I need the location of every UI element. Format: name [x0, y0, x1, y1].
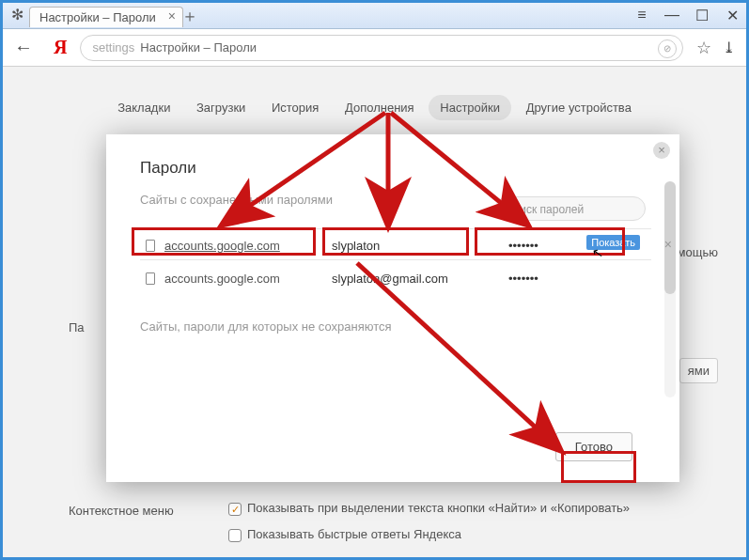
site-cell: accounts.google.com: [140, 265, 317, 291]
page-icon: [146, 272, 155, 285]
omnibox-text: Настройки – Пароли: [140, 40, 257, 54]
bg-text-pa: Па: [69, 320, 85, 334]
downloads-icon[interactable]: ⤓: [723, 39, 735, 56]
checkbox-icon[interactable]: ✓: [228, 529, 242, 542]
menu-icon[interactable]: ≡: [633, 7, 650, 24]
password-cell[interactable]: ••••••• Показать: [503, 232, 644, 258]
address-bar[interactable]: ⊘ settings Настройки – Пароли: [80, 35, 683, 61]
mouse-cursor-icon: ↖: [591, 244, 605, 261]
tab-title: Настройки – Пароли: [39, 10, 156, 24]
page-icon: [146, 240, 155, 252]
bookmark-icon[interactable]: ☆: [696, 38, 711, 58]
dialog-title: Пароли: [140, 159, 679, 178]
browser-tab[interactable]: Настройки – Пароли ×: [29, 7, 183, 27]
bg-checkbox-1[interactable]: ✓Показывать при выделении текста кнопки …: [228, 501, 630, 516]
nav-settings[interactable]: Настройки: [429, 95, 511, 120]
nav-history[interactable]: История: [260, 95, 330, 120]
gear-icon: ✻: [8, 7, 25, 23]
passwords-dialog: × Пароли Сайты с сохраненными паролями П…: [106, 134, 679, 482]
delete-row-icon[interactable]: ×: [664, 237, 672, 252]
security-icon: ⊘: [658, 39, 677, 58]
checkbox-icon[interactable]: ✓: [228, 503, 242, 516]
done-button[interactable]: Готово: [555, 432, 632, 461]
nav-downloads[interactable]: Загрузки: [185, 95, 257, 120]
settings-nav: Закладки Загрузки История Дополнения Нас…: [3, 95, 746, 120]
username-cell: slyplaton@gmail.com: [326, 265, 493, 291]
site-cell: accounts.google.com: [140, 232, 317, 258]
page-content: Закладки Загрузки История Дополнения Нас…: [3, 67, 746, 557]
close-icon[interactable]: ×: [165, 9, 179, 23]
password-row-selected[interactable]: accounts.google.com slyplaton ••••••• По…: [140, 228, 651, 260]
dialog-close-icon[interactable]: ×: [653, 142, 670, 159]
bg-context-heading: Контекстное меню: [69, 504, 174, 518]
browser-toolbar: ← Я ⊘ settings Настройки – Пароли ☆ ⤓: [3, 29, 746, 67]
bg-checkbox-2[interactable]: ✓Показывать быстрые ответы Яндекса: [228, 527, 461, 542]
password-search-input[interactable]: Поиск паролей: [495, 196, 646, 221]
close-button[interactable]: ✕: [724, 7, 741, 24]
back-button[interactable]: ←: [14, 37, 33, 58]
window-titlebar: ✻ Настройки – Пароли × ＋ ≡ — ☐ ✕: [3, 3, 746, 29]
username-cell[interactable]: slyplaton: [326, 232, 493, 258]
omnibox-prefix: settings: [92, 40, 134, 54]
never-saved-label: Сайты, пароли для которых не сохраняются: [140, 319, 679, 334]
maximize-button[interactable]: ☐: [694, 7, 710, 24]
nav-devices[interactable]: Другие устройства: [515, 95, 643, 120]
password-row[interactable]: accounts.google.com slyplaton@gmail.com …: [140, 262, 651, 294]
nav-bookmarks[interactable]: Закладки: [106, 95, 181, 120]
new-tab-button[interactable]: ＋: [179, 7, 200, 27]
yandex-logo-icon[interactable]: Я: [54, 37, 67, 58]
nav-addons[interactable]: Дополнения: [334, 95, 426, 120]
bg-btn-snippet[interactable]: ями: [679, 358, 718, 383]
minimize-button[interactable]: —: [663, 7, 680, 24]
password-cell: •••••••: [503, 265, 644, 291]
